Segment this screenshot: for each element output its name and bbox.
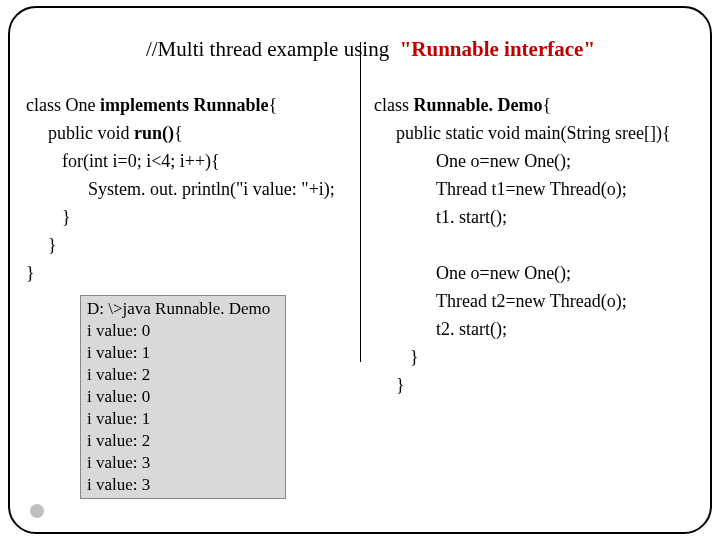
code-line: for(int i=0; i<4; i++){ — [26, 147, 366, 175]
code-line: class One implements Runnable{ — [26, 91, 366, 119]
title-highlight: "Runnable interface" — [400, 37, 595, 61]
code-line: class Runnable. Demo{ — [374, 91, 694, 119]
output-box: D: \>java Runnable. Demo i value: 0 i va… — [80, 295, 286, 499]
code-line: } — [26, 231, 366, 259]
blank-line — [374, 231, 694, 259]
output-line: i value: 1 — [87, 408, 279, 430]
right-column: class Runnable. Demo{ public static void… — [366, 91, 694, 499]
code-line: t1. start(); — [374, 203, 694, 231]
code-line: } — [26, 203, 366, 231]
code-line: One o=new One(); — [374, 147, 694, 175]
code-line: System. out. println("i value: "+i); — [26, 175, 366, 203]
content-columns: class One implements Runnable{ public vo… — [26, 91, 694, 499]
code-line: t2. start(); — [374, 315, 694, 343]
code-line: } — [374, 343, 694, 371]
code-line: } — [26, 259, 366, 287]
output-line: i value: 2 — [87, 430, 279, 452]
title-prefix: //Multi thread example using — [146, 37, 400, 61]
output-line: i value: 3 — [87, 452, 279, 474]
code-line: } — [374, 371, 694, 399]
output-line: i value: 1 — [87, 342, 279, 364]
code-line: One o=new One(); — [374, 259, 694, 287]
output-line: i value: 0 — [87, 320, 279, 342]
left-column: class One implements Runnable{ public vo… — [26, 91, 366, 499]
output-line: i value: 3 — [87, 474, 279, 496]
code-line: public static void main(String sree[]){ — [374, 119, 694, 147]
code-line: Thread t2=new Thread(o); — [374, 287, 694, 315]
slide-frame: //Multi thread example using "Runnable i… — [8, 6, 712, 534]
code-line: Thread t1=new Thread(o); — [374, 175, 694, 203]
corner-dot-icon — [30, 504, 44, 518]
output-line: D: \>java Runnable. Demo — [87, 298, 279, 320]
code-line: public void run(){ — [26, 119, 366, 147]
output-line: i value: 0 — [87, 386, 279, 408]
output-line: i value: 2 — [87, 364, 279, 386]
